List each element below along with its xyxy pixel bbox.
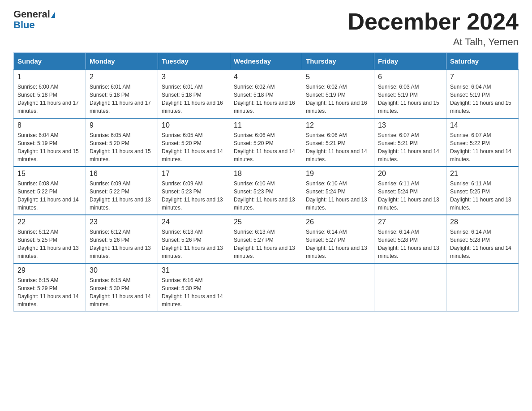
- calendar-cell: 16 Sunrise: 6:09 AM Sunset: 5:22 PM Dayl…: [86, 167, 158, 215]
- header-tuesday: Tuesday: [158, 53, 230, 70]
- day-info: Sunrise: 6:11 AM Sunset: 5:24 PM Dayligh…: [378, 180, 442, 212]
- calendar-cell: 1 Sunrise: 6:00 AM Sunset: 5:18 PM Dayli…: [14, 70, 86, 118]
- calendar-cell: 7 Sunrise: 6:04 AM Sunset: 5:19 PM Dayli…: [446, 70, 519, 118]
- day-number: 12: [306, 121, 370, 129]
- calendar-header-row: SundayMondayTuesdayWednesdayThursdayFrid…: [14, 53, 519, 70]
- calendar-cell: 21 Sunrise: 6:11 AM Sunset: 5:25 PM Dayl…: [446, 167, 519, 215]
- week-row-2: 8 Sunrise: 6:04 AM Sunset: 5:19 PM Dayli…: [14, 118, 519, 167]
- day-number: 22: [17, 218, 82, 226]
- week-row-3: 15 Sunrise: 6:08 AM Sunset: 5:22 PM Dayl…: [14, 167, 519, 215]
- day-info: Sunrise: 6:11 AM Sunset: 5:25 PM Dayligh…: [450, 180, 515, 212]
- day-info: Sunrise: 6:01 AM Sunset: 5:18 PM Dayligh…: [90, 83, 154, 115]
- calendar-cell: 8 Sunrise: 6:04 AM Sunset: 5:19 PM Dayli…: [14, 118, 86, 167]
- day-info: Sunrise: 6:06 AM Sunset: 5:21 PM Dayligh…: [306, 131, 370, 163]
- day-info: Sunrise: 6:14 AM Sunset: 5:28 PM Dayligh…: [378, 228, 442, 260]
- day-info: Sunrise: 6:04 AM Sunset: 5:19 PM Dayligh…: [450, 83, 515, 115]
- day-info: Sunrise: 6:03 AM Sunset: 5:19 PM Dayligh…: [378, 83, 442, 115]
- day-number: 21: [450, 170, 515, 178]
- calendar-cell: 29 Sunrise: 6:15 AM Sunset: 5:29 PM Dayl…: [14, 263, 86, 312]
- day-number: 10: [162, 121, 226, 129]
- day-number: 27: [378, 218, 442, 226]
- day-number: 13: [378, 121, 442, 129]
- day-info: Sunrise: 6:15 AM Sunset: 5:29 PM Dayligh…: [17, 276, 82, 308]
- calendar-cell: 26 Sunrise: 6:14 AM Sunset: 5:27 PM Dayl…: [302, 215, 374, 263]
- day-number: 15: [17, 170, 82, 178]
- header-wednesday: Wednesday: [230, 53, 302, 70]
- day-info: Sunrise: 6:16 AM Sunset: 5:30 PM Dayligh…: [162, 276, 226, 308]
- day-number: 1: [17, 73, 82, 81]
- calendar-cell: 10 Sunrise: 6:05 AM Sunset: 5:20 PM Dayl…: [158, 118, 230, 167]
- day-number: 9: [90, 121, 154, 129]
- calendar-cell: 14 Sunrise: 6:07 AM Sunset: 5:22 PM Dayl…: [446, 118, 519, 167]
- calendar-cell: 4 Sunrise: 6:02 AM Sunset: 5:18 PM Dayli…: [230, 70, 302, 118]
- title-block: December 2024 At Talh, Yemen: [348, 9, 519, 48]
- day-info: Sunrise: 6:02 AM Sunset: 5:18 PM Dayligh…: [234, 83, 298, 115]
- day-number: 3: [162, 73, 226, 81]
- day-info: Sunrise: 6:14 AM Sunset: 5:28 PM Dayligh…: [450, 228, 515, 260]
- day-info: Sunrise: 6:09 AM Sunset: 5:23 PM Dayligh…: [162, 180, 226, 212]
- day-number: 29: [17, 266, 82, 274]
- day-info: Sunrise: 6:06 AM Sunset: 5:20 PM Dayligh…: [234, 131, 298, 163]
- day-info: Sunrise: 6:01 AM Sunset: 5:18 PM Dayligh…: [162, 83, 226, 115]
- day-info: Sunrise: 6:07 AM Sunset: 5:21 PM Dayligh…: [378, 131, 442, 163]
- logo-triangle-icon: [51, 12, 55, 18]
- day-number: 18: [234, 170, 298, 178]
- logo-blue-text: Blue: [13, 19, 35, 30]
- day-info: Sunrise: 6:08 AM Sunset: 5:22 PM Dayligh…: [17, 180, 82, 212]
- calendar-cell: 19 Sunrise: 6:10 AM Sunset: 5:24 PM Dayl…: [302, 167, 374, 215]
- calendar-table: SundayMondayTuesdayWednesdayThursdayFrid…: [13, 52, 519, 312]
- day-number: 8: [17, 121, 82, 129]
- calendar-cell: 17 Sunrise: 6:09 AM Sunset: 5:23 PM Dayl…: [158, 167, 230, 215]
- calendar-cell: 3 Sunrise: 6:01 AM Sunset: 5:18 PM Dayli…: [158, 70, 230, 118]
- calendar-cell: [446, 263, 519, 312]
- calendar-cell: 23 Sunrise: 6:12 AM Sunset: 5:26 PM Dayl…: [86, 215, 158, 263]
- day-number: 19: [306, 170, 370, 178]
- day-info: Sunrise: 6:13 AM Sunset: 5:27 PM Dayligh…: [234, 228, 298, 260]
- calendar-cell: 18 Sunrise: 6:10 AM Sunset: 5:23 PM Dayl…: [230, 167, 302, 215]
- day-number: 14: [450, 121, 515, 129]
- day-info: Sunrise: 6:05 AM Sunset: 5:20 PM Dayligh…: [162, 131, 226, 163]
- day-info: Sunrise: 6:04 AM Sunset: 5:19 PM Dayligh…: [17, 131, 82, 163]
- day-number: 23: [90, 218, 154, 226]
- calendar-cell: 13 Sunrise: 6:07 AM Sunset: 5:21 PM Dayl…: [374, 118, 446, 167]
- day-info: Sunrise: 6:02 AM Sunset: 5:19 PM Dayligh…: [306, 83, 370, 115]
- day-number: 30: [90, 266, 154, 274]
- calendar-cell: 11 Sunrise: 6:06 AM Sunset: 5:20 PM Dayl…: [230, 118, 302, 167]
- calendar-cell: [230, 263, 302, 312]
- logo: General Blue: [13, 9, 55, 30]
- day-number: 24: [162, 218, 226, 226]
- calendar-cell: 9 Sunrise: 6:05 AM Sunset: 5:20 PM Dayli…: [86, 118, 158, 167]
- calendar-cell: 20 Sunrise: 6:11 AM Sunset: 5:24 PM Dayl…: [374, 167, 446, 215]
- day-info: Sunrise: 6:10 AM Sunset: 5:23 PM Dayligh…: [234, 180, 298, 212]
- calendar-cell: 24 Sunrise: 6:13 AM Sunset: 5:26 PM Dayl…: [158, 215, 230, 263]
- day-info: Sunrise: 6:05 AM Sunset: 5:20 PM Dayligh…: [90, 131, 154, 163]
- day-info: Sunrise: 6:14 AM Sunset: 5:27 PM Dayligh…: [306, 228, 370, 260]
- week-row-5: 29 Sunrise: 6:15 AM Sunset: 5:29 PM Dayl…: [14, 263, 519, 312]
- calendar-cell: 25 Sunrise: 6:13 AM Sunset: 5:27 PM Dayl…: [230, 215, 302, 263]
- header-sunday: Sunday: [14, 53, 86, 70]
- day-number: 2: [90, 73, 154, 81]
- calendar-cell: 15 Sunrise: 6:08 AM Sunset: 5:22 PM Dayl…: [14, 167, 86, 215]
- calendar-cell: 2 Sunrise: 6:01 AM Sunset: 5:18 PM Dayli…: [86, 70, 158, 118]
- header-thursday: Thursday: [302, 53, 374, 70]
- day-number: 17: [162, 170, 226, 178]
- calendar-cell: [374, 263, 446, 312]
- calendar-cell: 30 Sunrise: 6:15 AM Sunset: 5:30 PM Dayl…: [86, 263, 158, 312]
- logo-general-text: General: [13, 9, 50, 20]
- day-info: Sunrise: 6:12 AM Sunset: 5:25 PM Dayligh…: [17, 228, 82, 260]
- day-info: Sunrise: 6:15 AM Sunset: 5:30 PM Dayligh…: [90, 276, 154, 308]
- day-number: 7: [450, 73, 515, 81]
- calendar-cell: 6 Sunrise: 6:03 AM Sunset: 5:19 PM Dayli…: [374, 70, 446, 118]
- day-number: 6: [378, 73, 442, 81]
- calendar-cell: 5 Sunrise: 6:02 AM Sunset: 5:19 PM Dayli…: [302, 70, 374, 118]
- week-row-1: 1 Sunrise: 6:00 AM Sunset: 5:18 PM Dayli…: [14, 70, 519, 118]
- calendar-cell: 31 Sunrise: 6:16 AM Sunset: 5:30 PM Dayl…: [158, 263, 230, 312]
- page-header: General Blue December 2024 At Talh, Yeme…: [13, 9, 519, 48]
- calendar-title: December 2024: [348, 9, 519, 34]
- day-number: 26: [306, 218, 370, 226]
- calendar-subtitle: At Talh, Yemen: [348, 36, 519, 48]
- calendar-cell: [302, 263, 374, 312]
- header-monday: Monday: [86, 53, 158, 70]
- day-info: Sunrise: 6:10 AM Sunset: 5:24 PM Dayligh…: [306, 180, 370, 212]
- day-number: 16: [90, 170, 154, 178]
